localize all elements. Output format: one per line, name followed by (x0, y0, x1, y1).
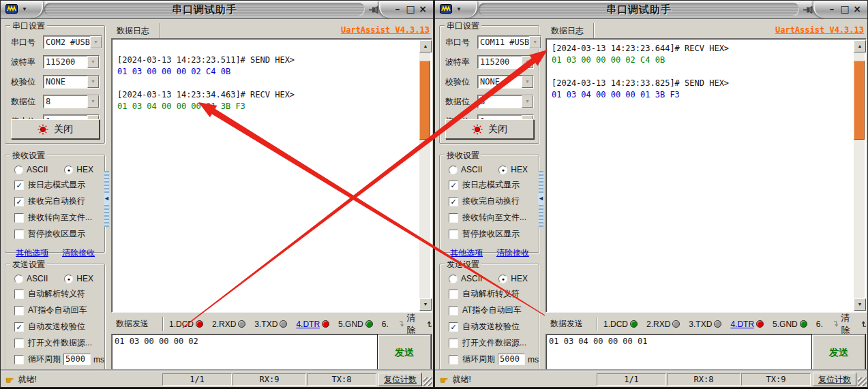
baud-rate-select[interactable]: 115200▼ (43, 55, 100, 69)
data-log-box[interactable]: [2024-03-13 14:23:23.644]# RECV HEX> 01 … (545, 38, 867, 313)
reset-count-button[interactable]: 复位计数 (378, 373, 422, 386)
clear-receive-link[interactable]: 清除接收 (496, 247, 529, 259)
recv-pause-display-checkbox[interactable]: 暂停接收区显示 (14, 228, 104, 240)
cycle-period-checkbox[interactable] (14, 355, 24, 364)
chevron-down-icon[interactable]: ▼ (90, 36, 102, 48)
clear-receive-link[interactable]: 清除接收 (62, 247, 95, 259)
com-port-select[interactable]: COM11 #USB▼ (477, 35, 541, 49)
resize-grip[interactable] (858, 377, 867, 386)
recv-hex-radio[interactable]: ●HEX (498, 165, 528, 174)
pin-icon[interactable] (803, 5, 813, 17)
data-log-box[interactable]: [2024-03-13 14:23:23.511]# SEND HEX> 01 … (111, 38, 432, 313)
send-ascii-radio[interactable]: ASCII (449, 274, 482, 283)
recv-hex-radio[interactable]: ●HEX (64, 165, 93, 174)
chevron-down-icon[interactable]: ▼ (87, 56, 99, 68)
data-log-tab[interactable]: 数据日志 (112, 23, 160, 39)
data-bits-select[interactable]: 8▼ (477, 95, 534, 108)
file-data-source-checkbox[interactable]: 打开文件数据源... (14, 337, 104, 349)
reset-count-button[interactable]: 复位计数 (813, 373, 856, 386)
send-button[interactable]: 发送 (811, 334, 866, 371)
auto-checksum-checkbox[interactable]: ✓自动发送校验位 (449, 321, 539, 332)
at-auto-return-checkbox[interactable]: AT指令自动回车 (449, 305, 539, 316)
other-options-link[interactable]: 其他选项 (450, 247, 483, 259)
at-auto-return-checkbox[interactable]: AT指令自动回车 (14, 305, 104, 316)
close-button[interactable]: × (852, 3, 863, 15)
send-button[interactable]: 发送 (377, 334, 432, 371)
close-button[interactable]: × (417, 3, 428, 15)
pin-icon[interactable] (368, 5, 378, 17)
panel-splitter[interactable]: ◄ (104, 171, 109, 227)
recv-to-file-checkbox[interactable]: 接收转向至文件... (14, 212, 104, 223)
recv-pause-display-checkbox[interactable]: 暂停接收区显示 (449, 228, 539, 240)
recv-log-mode-checkbox[interactable]: ✓按日志模式显示 (14, 179, 104, 191)
send-data-input[interactable]: 01 03 04 00 00 00 01 (545, 334, 813, 373)
escape-parse-checkbox[interactable]: 自动解析转义符 (449, 288, 539, 300)
collapse-arrow-icon[interactable]: ◄ (104, 193, 110, 203)
clear-send-button[interactable]: 清除 (861, 312, 868, 337)
menu-dropdown-arrow[interactable]: ▼ (456, 6, 462, 12)
clear-send-button[interactable]: 清除 (427, 312, 434, 337)
version-link[interactable]: UartAssist V4.3.13 (775, 25, 864, 35)
app-icon[interactable] (5, 4, 18, 16)
chevron-down-icon[interactable]: ▼ (87, 95, 99, 108)
log-scrollbar[interactable]: ▲ ▼ (854, 40, 865, 311)
recv-auto-newline-checkbox[interactable]: ✓接收完自动换行 (449, 196, 539, 207)
clear-receive-button[interactable]: 清除 (398, 312, 419, 337)
maximize-button[interactable]: □ (405, 3, 416, 15)
send-hex-radio[interactable]: ●HEX (498, 274, 528, 283)
parity-select[interactable]: NONE▼ (43, 75, 100, 89)
send-data-input[interactable]: 01 03 00 00 00 02 (111, 334, 378, 373)
parity-select[interactable]: NONE▼ (477, 75, 534, 89)
minimize-button[interactable]: – (392, 3, 403, 15)
dtr-indicator[interactable]: 4.DTR (296, 320, 329, 329)
chevron-down-icon[interactable]: ▼ (522, 56, 533, 68)
chevron-down-icon[interactable]: ▼ (529, 36, 541, 48)
data-send-tab[interactable]: 数据发送 (111, 317, 163, 331)
baud-rate-select[interactable]: 115200▼ (477, 55, 534, 69)
dtr-indicator[interactable]: 4.DTR (730, 320, 764, 329)
chevron-down-icon[interactable]: ▼ (522, 95, 533, 108)
scroll-up-icon[interactable]: ▲ (419, 40, 432, 52)
cycle-period-input[interactable]: 5000 (498, 354, 525, 365)
auto-checksum-checkbox[interactable]: ✓自动发送校验位 (14, 321, 104, 332)
scrollbar-thumb[interactable] (419, 61, 430, 140)
recv-ascii-radio[interactable]: ASCII (14, 165, 48, 174)
com-port-select[interactable]: COM2 #USB▼ (43, 35, 102, 49)
data-log-tab[interactable]: 数据日志 (546, 23, 594, 39)
data-send-tab[interactable]: 数据发送 (545, 317, 597, 331)
file-data-source-checkbox[interactable]: 打开文件数据源... (449, 337, 539, 349)
close-port-button[interactable]: 关闭 (445, 119, 534, 139)
send-hex-radio[interactable]: ●HEX (64, 274, 93, 283)
recv-to-file-checkbox[interactable]: 接收转向至文件... (449, 212, 539, 223)
data-bits-select[interactable]: 8▼ (43, 95, 100, 108)
cycle-period-input[interactable]: 5000 (63, 354, 91, 365)
chevron-down-icon[interactable]: ▼ (87, 76, 99, 88)
menu-dropdown-arrow[interactable]: ▼ (22, 6, 27, 12)
maximize-button[interactable]: □ (839, 3, 850, 15)
other-options-link[interactable]: 其他选项 (16, 247, 48, 259)
log-scrollbar[interactable]: ▲ ▼ (419, 40, 430, 311)
dtr-toggle-link[interactable]: 4.DTR (296, 320, 320, 329)
titlebar[interactable]: ▼ 串口调试助手 – □ × (1, 1, 433, 19)
dtr-toggle-link[interactable]: 4.DTR (730, 320, 754, 329)
clear-receive-button[interactable]: 清除 (833, 312, 853, 337)
app-icon[interactable] (440, 4, 452, 16)
recv-log-mode-checkbox[interactable]: ✓按日志模式显示 (449, 179, 539, 191)
titlebar[interactable]: ▼ 串口调试助手 – □ × (435, 1, 867, 19)
panel-splitter[interactable]: ◄ (539, 171, 543, 227)
recv-auto-newline-checkbox[interactable]: ✓接收完自动换行 (14, 196, 104, 207)
scrollbar-thumb[interactable] (854, 61, 865, 140)
minimize-button[interactable]: – (826, 3, 837, 15)
scroll-up-icon[interactable]: ▲ (854, 40, 866, 52)
escape-parse-checkbox[interactable]: 自动解析转义符 (14, 288, 104, 300)
collapse-arrow-icon[interactable]: ◄ (538, 193, 544, 203)
cycle-period-checkbox[interactable] (449, 355, 458, 364)
close-port-button[interactable]: 关闭 (11, 119, 100, 139)
version-link[interactable]: UartAssist V4.3.13 (341, 25, 430, 35)
chevron-down-icon[interactable]: ▼ (522, 76, 533, 88)
recv-ascii-radio[interactable]: ASCII (449, 165, 482, 174)
scroll-down-icon[interactable]: ▼ (419, 298, 432, 311)
resize-grip[interactable] (423, 377, 432, 386)
send-ascii-radio[interactable]: ASCII (14, 274, 48, 283)
scroll-down-icon[interactable]: ▼ (854, 298, 866, 311)
